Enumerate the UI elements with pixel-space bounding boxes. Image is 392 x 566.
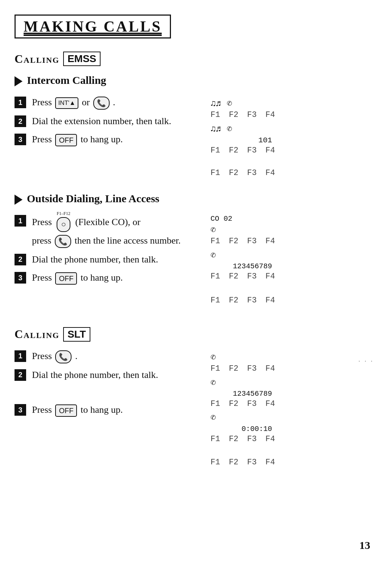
slt-step-1: 1 Press 📞 . <box>15 350 203 363</box>
step-num-1: 1 <box>15 97 26 108</box>
display-1-icons: ♫♬ ✆ <box>211 98 275 109</box>
handset-icon-slt2: ✆ <box>211 377 216 388</box>
hangup-label-out: to hang up. <box>81 272 123 283</box>
display-2-icons: ♫♬ ✆ <box>211 123 275 135</box>
slt-step-3-content: Press OFF to hang up. <box>32 403 203 417</box>
outside-two-col: 1 Press F1–F12 ○ (Flexible CO), or press… <box>15 214 377 309</box>
display-1-row: F1 F2 F3 F4 <box>211 110 275 121</box>
flexible-co-key: ○ <box>57 217 70 232</box>
slt-display-1-icons: ✆ <box>211 352 275 363</box>
slt-step-1-content: Press 📞 . <box>32 350 203 363</box>
line-access-label: then the line access number. <box>74 235 180 246</box>
slt-step-2: 2 Dial the phone number, then talk. <box>15 368 203 382</box>
outside-triangle-icon <box>15 195 23 205</box>
intercom-two-col: 1 Press INT'▲ or 📞 . 2 Dial the extensio… <box>15 96 377 182</box>
outside-step-1: 1 Press F1–F12 ○ (Flexible CO), or press… <box>15 214 203 248</box>
intercom-steps-col: 1 Press INT'▲ or 📞 . 2 Dial the extensio… <box>15 96 203 182</box>
calling-slt-section: Calling SLT 1 Press 📞 . 2 Dial the phone… <box>15 327 377 471</box>
slt-step-num-3: 3 <box>15 404 26 416</box>
slt-steps-col: 1 Press 📞 . 2 Dial the phone number, the… <box>15 350 203 471</box>
f1f12-superscript: F1–F12 <box>57 211 70 217</box>
calling-emss-label: Calling <box>15 52 60 66</box>
press-label-out1b: press <box>32 235 54 246</box>
out-display-2-icons: ✆ <box>211 250 275 261</box>
step1-press-label: Press <box>32 97 54 107</box>
step1-or-label: or <box>82 97 92 107</box>
triangle-icon <box>15 76 23 86</box>
slt-display-2: ✆ 123456789 F1 F2 F3 F4 <box>211 377 275 410</box>
outside-section-header: Outside Dialing, Line Access <box>15 192 377 211</box>
intercom-display-2: ♫♬ ✆ 101 F1 F2 F3 F4 <box>211 123 275 156</box>
int-key-button: INT'▲ <box>55 97 78 109</box>
slt-display-1: ✆ F1 F2 F3 F4 <box>211 350 275 374</box>
slt-step-3: 3 Press OFF to hang up. <box>15 403 203 417</box>
outside-step-num-1: 1 <box>15 215 26 227</box>
outside-display-2: ✆ 123456789 F1 F2 F3 F4 <box>211 250 275 282</box>
outside-display-1: CO 02 ✆ F1 F2 F3 F4 <box>211 214 275 247</box>
f4-label: F4 <box>265 110 275 121</box>
slt-hangup: to hang up. <box>81 404 123 415</box>
outside-step-3-content: Press OFF to hang up. <box>32 271 203 285</box>
f2-label: F2 <box>229 110 238 121</box>
slt-period: . <box>75 351 78 361</box>
outside-step-2: 2 Dial the phone number, then talk. <box>15 253 203 266</box>
off-key-button-2: OFF <box>55 272 77 285</box>
handset-icon-out2: ✆ <box>211 250 216 261</box>
display-2-row: F1 F2 F3 F4 <box>211 146 275 156</box>
page-title-box: Making Calls <box>15 15 171 38</box>
f3-label: F3 <box>247 110 257 121</box>
out-display-2-row: F1 F2 F3 F4 <box>211 272 275 282</box>
slt-step-num-1: 1 <box>15 350 26 362</box>
intercom-step-2: 2 Dial the extension number, then talk. <box>15 115 203 128</box>
slt-display-1-row: F1 F2 F3 F4 <box>211 364 275 374</box>
slt-display-2-row: F1 F2 F3 F4 <box>211 399 275 410</box>
outside-steps-col: 1 Press F1–F12 ○ (Flexible CO), or press… <box>15 214 203 309</box>
outside-step-3: 3 Press OFF to hang up. <box>15 271 203 285</box>
page-number: 13 <box>359 539 370 551</box>
slt-display-3: ✆ 0:00:10 F1 F2 F3 F4 <box>211 412 275 444</box>
slt-display-2-number: 123456789 <box>211 389 275 399</box>
corner-dots: . . . <box>359 356 374 363</box>
slt-step-num-2: 2 <box>15 369 26 381</box>
slt-display-4: F1 F2 F3 F4 <box>211 449 275 468</box>
calling-slt-header: Calling SLT <box>15 327 377 342</box>
slt-display-3-number: 0:00:10 <box>211 424 275 434</box>
step3-hangup: to hang up. <box>81 134 123 144</box>
slt-display-3-icons: ✆ <box>211 412 275 423</box>
outside-step-num-2: 2 <box>15 254 26 265</box>
slt-display-4-row: F1 F2 F3 F4 <box>211 457 275 468</box>
handset-icon-out1: ✆ <box>211 224 216 236</box>
handset-key-out: 📞 <box>55 235 71 248</box>
calling-slt-label: Calling <box>15 327 60 341</box>
step3-press: Press <box>32 134 54 144</box>
slt-two-col: 1 Press 📞 . 2 Dial the phone number, the… <box>15 350 377 471</box>
out-display-1-row: F1 F2 F3 F4 <box>211 236 275 247</box>
press-label-out3: Press <box>32 272 54 283</box>
calling-emss-badge: EMSS <box>63 52 101 66</box>
outside-section-title: Outside Dialing, Line Access <box>27 192 159 205</box>
step1-period: . <box>113 97 115 107</box>
calling-emss-header: Calling EMSS <box>15 52 377 66</box>
handset-icon-slt3: ✆ <box>211 412 216 423</box>
off-key-button-3: OFF <box>55 404 77 417</box>
outside-display-3: F1 F2 F3 F4 <box>211 288 275 306</box>
press-label-out1: Press <box>32 217 54 227</box>
outside-step-1-content: Press F1–F12 ○ (Flexible CO), or press 📞… <box>32 214 203 248</box>
slt-step-2-content: Dial the phone number, then talk. <box>32 368 203 382</box>
intercom-display-1: ♫♬ ✆ F1 F2 F3 F4 <box>211 96 275 121</box>
speaker-icon-2: ♫♬ <box>211 123 221 135</box>
slt-display-2-icons: ✆ <box>211 377 275 388</box>
slt-press-off: Press <box>32 404 54 415</box>
slt-displays-col: ✆ F1 F2 F3 F4 ✆ 123456789 F1 F2 F3 <box>203 350 377 471</box>
intercom-step-1: 1 Press INT'▲ or 📞 . <box>15 96 203 110</box>
handset-icon-slt1: ✆ <box>211 352 216 363</box>
outside-step1-line2: press 📞 then the line access number. <box>32 234 203 248</box>
intercom-display-3: F1 F2 F3 F4 <box>211 160 275 179</box>
speaker-icon-1: ♫♬ <box>211 98 221 109</box>
page-title: Making Calls <box>24 18 162 35</box>
handset-icon-1: ✆ <box>227 98 232 109</box>
out-display-3-row: F1 F2 F3 F4 <box>211 296 275 306</box>
outside-displays-col: CO 02 ✆ F1 F2 F3 F4 ✆ 123456789 F1 <box>203 214 377 309</box>
step-num-3: 3 <box>15 134 26 145</box>
outside-step-2-content: Dial the phone number, then talk. <box>32 253 203 266</box>
